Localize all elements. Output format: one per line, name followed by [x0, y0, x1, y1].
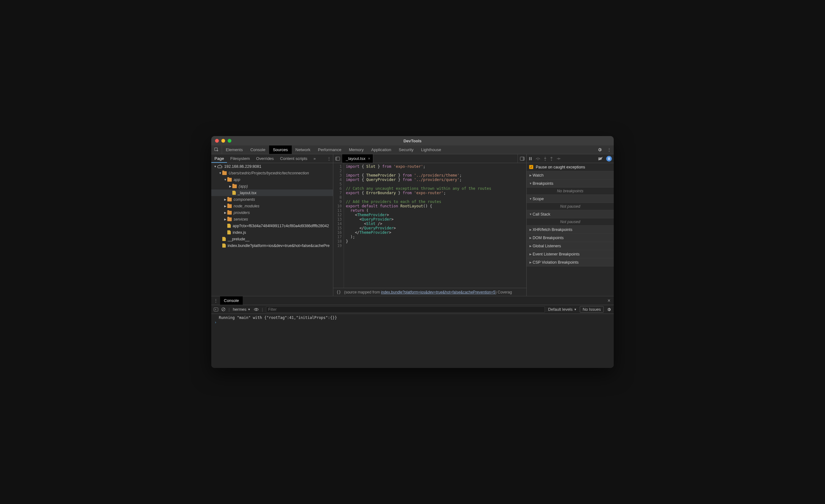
svg-rect-6 — [531, 157, 532, 160]
step-button[interactable] — [556, 157, 560, 161]
svg-rect-4 — [523, 157, 524, 160]
main-tabs: ElementsConsoleSourcesNetworkPerformance… — [211, 146, 614, 154]
tree-folder-providers[interactable]: ▶providers — [211, 209, 333, 216]
close-tab-icon[interactable]: × — [368, 156, 370, 161]
settings-button[interactable] — [595, 146, 604, 154]
xhr-bp-section[interactable]: ▶XHR/fetch Breakpoints — [527, 226, 614, 234]
folder-icon — [227, 218, 232, 221]
minimize-window-button[interactable] — [221, 139, 225, 143]
event-bp-section[interactable]: ▶Event Listener Breakpoints — [527, 250, 614, 258]
svg-rect-13 — [609, 157, 610, 160]
live-expression-button[interactable] — [254, 308, 259, 311]
navigator-tab-filesystem[interactable]: Filesystem — [227, 154, 253, 163]
window-controls — [215, 139, 231, 143]
tree-file-index-js[interactable]: index.js — [211, 229, 333, 236]
scope-body: Not paused — [527, 203, 614, 210]
tree-item-label: 192.168.86.229:8081 — [224, 164, 261, 169]
tree-folder-services[interactable]: ▶services — [211, 216, 333, 223]
file-tree: ▼192.168.86.229:8081▼Users/cedric/Projec… — [211, 163, 333, 296]
folder-icon — [227, 178, 232, 182]
editor-pane: _layout.tsx × 12345678910111213141516171… — [333, 154, 526, 296]
svg-rect-2 — [336, 157, 337, 160]
main-tab-console[interactable]: Console — [246, 146, 269, 154]
editor-tabs: _layout.tsx × — [333, 154, 526, 163]
main-tab-network[interactable]: Network — [292, 146, 314, 154]
navigator-tab-content-scripts[interactable]: Content scripts — [277, 154, 311, 163]
tree-folder-app[interactable]: ▼app — [211, 176, 333, 183]
navigator-more-tabs[interactable]: » — [311, 156, 319, 161]
tree-file-app-ctx-f63d[interactable]: app?ctx=f63d4a7484f499117c4cf80a4d9386df… — [211, 223, 333, 229]
pause-button[interactable] — [528, 157, 532, 161]
file-icon — [232, 191, 236, 195]
checkbox-checked-icon: ✓ — [529, 165, 533, 169]
sources-panel: PageFilesystemOverridesContent scripts »… — [211, 154, 614, 296]
tree-file-bundle[interactable]: index.bundle?platform=ios&dev=true&hot=f… — [211, 242, 333, 249]
main-tab-lighthouse[interactable]: Lighthouse — [417, 146, 445, 154]
log-levels-selector[interactable]: Default levels▼ — [548, 307, 577, 312]
main-tab-security[interactable]: Security — [395, 146, 417, 154]
breakpoints-section[interactable]: ▼Breakpoints — [527, 179, 614, 188]
console-toolbar: | hermes▼ | Default levels▼ No Issues — [211, 305, 614, 314]
clear-console-button[interactable] — [221, 307, 225, 311]
pause-on-caught-row[interactable]: ✓ Pause on caught exceptions — [527, 163, 614, 171]
console-settings-button[interactable] — [607, 307, 611, 312]
tree-folder-app-group[interactable]: ▶(app) — [211, 183, 333, 189]
more-menu-button[interactable]: ⋮ — [604, 146, 614, 154]
folder-icon — [232, 184, 237, 188]
step-over-button[interactable] — [535, 157, 540, 161]
editor-tab-layout[interactable]: _layout.tsx × — [342, 154, 373, 163]
tree-folder-node-modules[interactable]: ▶node_modules — [211, 203, 333, 209]
tree-item-label: _layout.tsx — [238, 191, 256, 195]
step-out-button[interactable] — [550, 157, 553, 161]
code-editor[interactable]: 12345678910111213141516171819 import { S… — [333, 163, 526, 288]
global-listeners-section[interactable]: ▶Global Listeners — [527, 242, 614, 250]
call-stack-body: Not paused — [527, 219, 614, 226]
dom-bp-section[interactable]: ▶DOM Breakpoints — [527, 234, 614, 242]
navigator-tab-page[interactable]: Page — [211, 154, 227, 163]
maximize-window-button[interactable] — [228, 139, 231, 143]
close-drawer-button[interactable]: × — [604, 296, 614, 305]
main-tab-performance[interactable]: Performance — [314, 146, 345, 154]
folder-icon — [227, 198, 232, 201]
scope-section[interactable]: ▼Scope — [527, 195, 614, 203]
debugger-toolbar — [527, 154, 614, 163]
step-into-button[interactable] — [544, 157, 547, 161]
toggle-debugger-button[interactable] — [518, 154, 526, 163]
console-sidebar-toggle[interactable] — [214, 308, 218, 311]
source-map-link[interactable]: index.bundle?platform=ios&dev=true&hot=f… — [381, 290, 496, 295]
navigator-menu[interactable]: ⋮ — [325, 156, 333, 161]
watch-section[interactable]: ▶Watch — [527, 171, 614, 179]
window-title: DevTools — [403, 139, 422, 143]
console-output[interactable]: Running "main" with {"rootTag":41,"initi… — [211, 314, 614, 368]
inspect-element-button[interactable] — [211, 146, 222, 154]
main-tab-memory[interactable]: Memory — [345, 146, 368, 154]
deactivate-breakpoints-button[interactable] — [598, 157, 603, 161]
main-tab-elements[interactable]: Elements — [222, 146, 246, 154]
csp-bp-section[interactable]: ▶CSP Violation Breakpoints — [527, 258, 614, 266]
tree-file-prelude[interactable]: __prelude__ — [211, 236, 333, 242]
tree-root-path[interactable]: ▼Users/cedric/Projects/bycedric/techconn… — [211, 170, 333, 176]
breakpoints-body: No breakpoints — [527, 188, 614, 195]
execution-context-selector[interactable]: hermes▼ — [233, 307, 250, 312]
issues-button[interactable]: No Issues — [580, 306, 604, 313]
close-window-button[interactable] — [215, 139, 219, 143]
drawer-menu-button[interactable]: ⋮ — [211, 296, 220, 305]
drawer-tab-console[interactable]: Console — [220, 296, 243, 305]
pretty-print-icon[interactable]: {} — [336, 290, 341, 295]
pause-on-exceptions-button[interactable] — [606, 156, 612, 162]
line-gutter: 12345678910111213141516171819 — [333, 163, 344, 288]
console-filter-input[interactable] — [266, 306, 545, 313]
navigator-tab-overrides[interactable]: Overrides — [253, 154, 277, 163]
main-tab-application[interactable]: Application — [368, 146, 395, 154]
code-content: import { Slot } from 'expo-router'; impo… — [344, 163, 491, 288]
main-tab-sources[interactable]: Sources — [269, 146, 292, 154]
svg-point-7 — [538, 159, 539, 160]
tree-file-layout[interactable]: _layout.tsx — [211, 189, 333, 196]
call-stack-section[interactable]: ▼Call Stack — [527, 210, 614, 219]
console-drawer: ⋮ Console × | hermes▼ | Default levels▼ … — [211, 296, 614, 368]
tree-folder-components[interactable]: ▶components — [211, 196, 333, 203]
tree-origin[interactable]: ▼192.168.86.229:8081 — [211, 163, 333, 170]
svg-point-8 — [545, 160, 546, 161]
debugger-pane: ✓ Pause on caught exceptions ▶Watch ▼Bre… — [526, 154, 614, 296]
toggle-navigator-button[interactable] — [333, 154, 342, 163]
